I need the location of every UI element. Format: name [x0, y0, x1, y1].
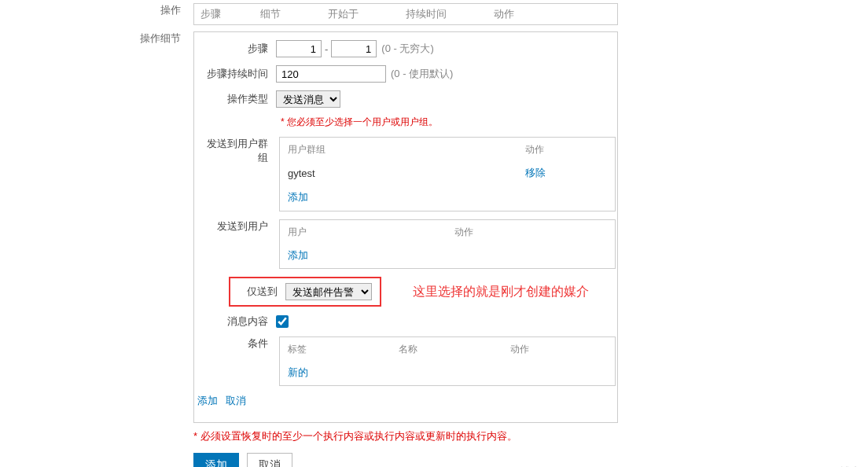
details-section-label: 操作细节: [134, 28, 187, 467]
duration-hint: (0 - 使用默认): [391, 67, 453, 81]
send-only-select[interactable]: 发送邮件告警: [285, 283, 372, 300]
cond-label: 条件: [197, 336, 276, 351]
user-col-user: 用户: [281, 222, 447, 243]
steps-dash: -: [325, 43, 328, 55]
duration-label: 步骤持续时间: [197, 67, 276, 81]
tab-duration: 持续时间: [406, 7, 447, 21]
annotation-text: 这里选择的就是刚才创建的媒介: [413, 284, 589, 300]
steps-to-input[interactable]: [331, 40, 377, 57]
cond-col-tag: 标签: [281, 339, 391, 360]
group-col-action: 动作: [519, 139, 613, 160]
error-message: 必须设置恢复时的至少一个执行内容或执行内容或更新时的执行内容。: [193, 429, 618, 443]
tab-details: 细节: [260, 7, 281, 21]
table-row: gytest 移除: [281, 162, 613, 184]
group-cell-name: gytest: [281, 162, 517, 184]
cond-new-link[interactable]: 新的: [288, 366, 308, 378]
detail-cancel-link[interactable]: 取消: [226, 395, 246, 406]
msg-content-checkbox[interactable]: [276, 315, 289, 328]
user-add-link[interactable]: 添加: [288, 249, 308, 261]
tab-action: 动作: [494, 7, 514, 21]
steps-from-input[interactable]: [276, 40, 322, 57]
detail-add-link[interactable]: 添加: [197, 395, 218, 406]
details-panel: 步骤 - (0 - 无穷大) 步骤持续时间 (0 - 使用默认): [193, 31, 618, 423]
tab-steps: 步骤: [200, 7, 221, 21]
send-only-highlight: 仅送到 发送邮件告警: [229, 277, 381, 307]
send-only-label: 仅送到: [230, 285, 285, 299]
user-col-action: 动作: [448, 222, 613, 243]
steps-hint: (0 - 无穷大): [381, 42, 433, 56]
cond-table: 标签 名称 动作 新的: [279, 336, 616, 386]
op-type-label: 操作类型: [197, 92, 276, 106]
cond-col-name: 名称: [392, 339, 502, 360]
user-table: 用户 动作 添加: [279, 219, 616, 269]
group-table: 用户群组 动作 gytest 移除 添: [279, 137, 616, 211]
send-group-label: 发送到用户群组: [197, 137, 276, 165]
steps-label: 步骤: [197, 42, 276, 56]
add-button[interactable]: 添加: [193, 453, 239, 467]
tab-start: 开始于: [328, 7, 359, 21]
op-type-select[interactable]: 发送消息: [276, 90, 340, 108]
group-col-group: 用户群组: [281, 139, 517, 160]
group-remove-link[interactable]: 移除: [525, 167, 546, 178]
required-note: 您必须至少选择一个用户或用户组。: [281, 116, 438, 129]
group-add-link[interactable]: 添加: [288, 191, 308, 203]
cancel-button[interactable]: 取消: [247, 453, 292, 467]
msg-content-label: 消息内容: [197, 314, 276, 329]
duration-input[interactable]: [276, 65, 386, 83]
tabs-header: 步骤 细节 开始于 持续时间 动作: [193, 3, 618, 25]
operations-label: 操作: [134, 0, 187, 28]
send-user-label: 发送到用户: [197, 219, 276, 234]
cond-col-action: 动作: [504, 339, 613, 360]
